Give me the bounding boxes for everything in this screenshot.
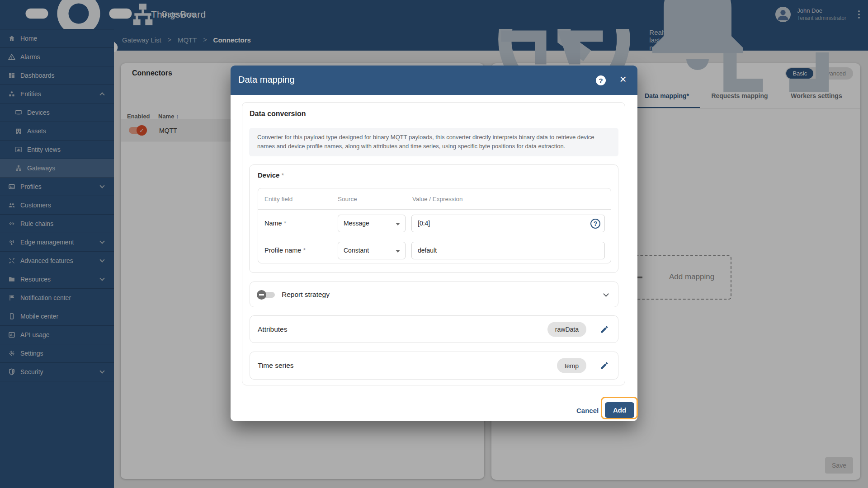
dropdown-arrow-icon: [396, 223, 400, 225]
row-label: Profile name: [264, 247, 301, 254]
converter-description: Converter for this payload type designed…: [249, 128, 618, 156]
data-mapping-dialog: Data mapping ? × Data conversion Convert…: [231, 66, 637, 421]
value-input-profile[interactable]: default: [411, 242, 605, 259]
report-strategy-toggle[interactable]: [259, 292, 275, 298]
help-icon[interactable]: ?: [596, 75, 606, 85]
attributes-label: Attributes: [258, 325, 287, 333]
col-entity-field: Entity field: [264, 196, 292, 202]
expression-help-icon[interactable]: ?: [590, 219, 600, 229]
device-fieldset: Device * Entity field Source Value / Exp…: [249, 164, 618, 273]
attributes-chip[interactable]: rawData: [547, 322, 586, 337]
source-select-profile[interactable]: Constant: [338, 242, 406, 259]
col-value-expression: Value / Expression: [412, 196, 463, 202]
edit-pencil-icon[interactable]: [600, 361, 609, 370]
table-row-name: Name * Message [0:4] ?: [258, 210, 611, 237]
dropdown-arrow-icon: [396, 250, 400, 253]
chevron-down-icon[interactable]: [603, 291, 609, 297]
report-strategy-label: Report strategy: [282, 291, 330, 299]
time-series-row: Time series temp: [250, 352, 618, 380]
row-label: Name: [264, 220, 282, 227]
col-source: Source: [338, 196, 357, 202]
edit-pencil-icon[interactable]: [600, 325, 609, 334]
cancel-button[interactable]: Cancel: [576, 407, 599, 414]
source-select-name[interactable]: Message: [338, 215, 406, 232]
time-series-label: Time series: [258, 361, 294, 370]
table-row-profile-name: Profile name * Constant default: [258, 237, 611, 264]
close-icon[interactable]: ×: [617, 73, 629, 85]
app-root: ThingsBoard Gateways John Doe Tenant adm…: [0, 0, 868, 488]
device-table: Entity field Source Value / Expression N…: [258, 188, 611, 263]
attributes-row: Attributes rawData: [250, 315, 618, 343]
device-legend: Device *: [258, 171, 284, 179]
dialog-title: Data mapping: [238, 75, 295, 85]
toggle-minus-icon: [257, 290, 266, 300]
time-series-chip[interactable]: temp: [557, 358, 586, 373]
value-input-name[interactable]: [0:4] ?: [411, 215, 605, 232]
data-conversion-section: Data conversion Converter for this paylo…: [242, 102, 625, 385]
data-conversion-title: Data conversion: [250, 110, 306, 118]
dialog-header: Data mapping ? ×: [231, 66, 637, 95]
add-button[interactable]: Add: [605, 402, 634, 418]
report-strategy-row: Report strategy: [250, 282, 618, 307]
